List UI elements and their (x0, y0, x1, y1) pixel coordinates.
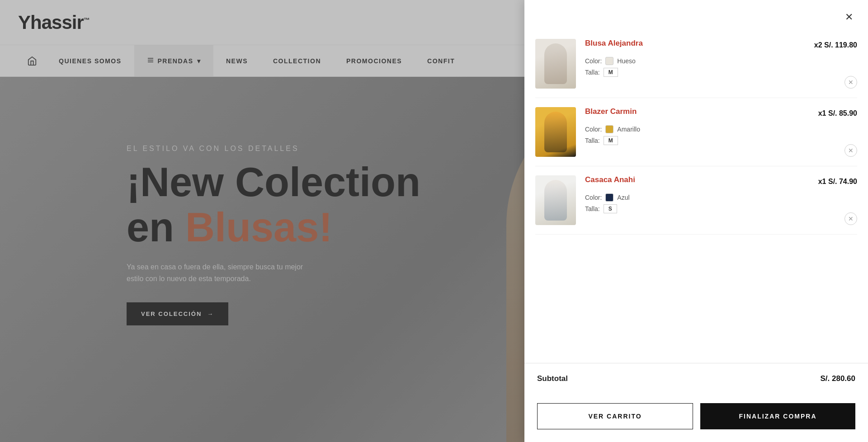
cart-item-info: Blazer Carmin x1 S/. 85.90 Color: Amaril… (576, 107, 857, 148)
cart-item-color: Color: Amarillo (585, 125, 857, 133)
cart-close-button[interactable]: ✕ (841, 9, 857, 25)
item-person-silhouette (544, 180, 567, 221)
checkout-button[interactable]: FINALIZAR COMPRA (700, 403, 855, 429)
cart-item-remove-button[interactable]: ✕ (844, 76, 857, 89)
cart-overlay (0, 0, 524, 442)
cart-subtotal: Subtotal S/. 280.60 (537, 374, 855, 392)
cart-item: Blusa Alejandra x2 S/. 119.80 Color: Hue… (535, 30, 857, 98)
size-badge: S (604, 204, 617, 213)
cart-item: Blazer Carmin x1 S/. 85.90 Color: Amaril… (535, 98, 857, 166)
cart-item-name: Casaca Anahi (585, 175, 635, 184)
cart-item-price-row: Casaca Anahi x1 S/. 74.90 (585, 175, 857, 188)
cart-item-price: x1 S/. 85.90 (818, 109, 857, 118)
cart-panel: ✕ Blusa Alejandra x2 S/. 119.80 Color: H… (524, 0, 868, 442)
cart-item-image (535, 39, 576, 89)
cart-item-price-row: Blusa Alejandra x2 S/. 119.80 (585, 39, 857, 52)
item-person-silhouette (544, 112, 567, 152)
subtotal-value: S/. 280.60 (820, 374, 855, 383)
cart-item-price: x2 S/. 119.80 (814, 41, 857, 49)
cart-item-name: Blusa Alejandra (585, 39, 643, 48)
cart-item-size: Talla: M (585, 136, 857, 145)
color-swatch (605, 57, 613, 65)
cart-item-price: x1 S/. 74.90 (818, 178, 857, 186)
cart-item-info: Casaca Anahi x1 S/. 74.90 Color: Azul Ta… (576, 175, 857, 216)
cart-item-info: Blusa Alejandra x2 S/. 119.80 Color: Hue… (576, 39, 857, 80)
cart-item-size: Talla: S (585, 204, 857, 213)
cart-item-remove-button[interactable]: ✕ (844, 212, 857, 225)
cart-footer: Subtotal S/. 280.60 VER CARRITO FINALIZA… (524, 363, 868, 442)
cart-header: ✕ (524, 0, 868, 30)
cart-item: Casaca Anahi x1 S/. 74.90 Color: Azul Ta… (535, 166, 857, 235)
size-badge: M (604, 136, 618, 145)
cart-item-price-row: Blazer Carmin x1 S/. 85.90 (585, 107, 857, 120)
cart-items-list: Blusa Alejandra x2 S/. 119.80 Color: Hue… (524, 30, 868, 363)
subtotal-label: Subtotal (537, 374, 568, 383)
cart-item-color: Color: Azul (585, 193, 857, 202)
cart-item-image (535, 107, 576, 157)
item-person-silhouette (544, 43, 567, 84)
cart-item-remove-button[interactable]: ✕ (844, 144, 857, 157)
cart-item-image (535, 175, 576, 225)
cart-action-buttons: VER CARRITO FINALIZAR COMPRA (537, 403, 855, 429)
view-cart-button[interactable]: VER CARRITO (537, 403, 693, 429)
cart-item-color: Color: Hueso (585, 57, 857, 65)
color-swatch (605, 193, 613, 202)
cart-item-name: Blazer Carmin (585, 107, 637, 116)
color-swatch (605, 125, 613, 133)
size-badge: M (604, 68, 618, 77)
cart-item-size: Talla: M (585, 68, 857, 77)
